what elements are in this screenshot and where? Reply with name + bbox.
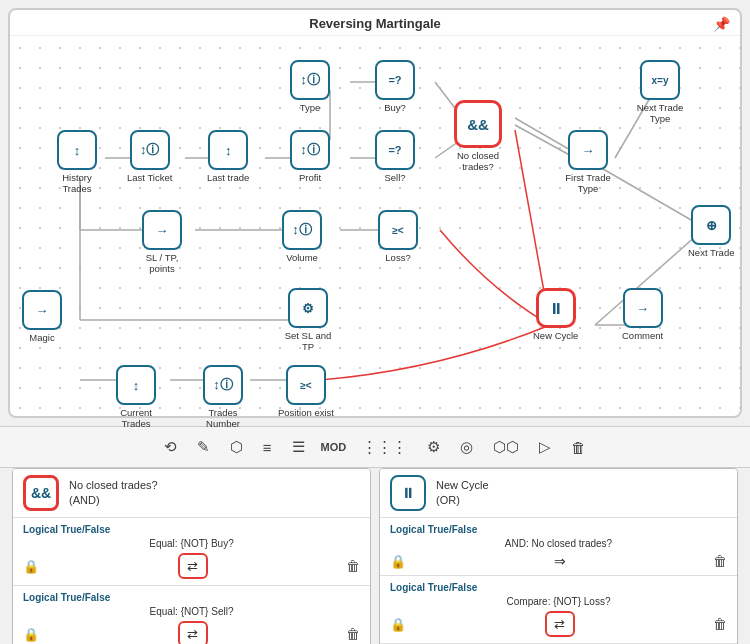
node-current-trades[interactable]: ↕ Current Trades bbox=[106, 365, 166, 429]
panel-header-text-no-closed: No closed trades? (AND) bbox=[69, 478, 158, 509]
node-box-volume[interactable]: ↕ⓘ bbox=[282, 210, 322, 250]
node-trades-number[interactable]: ↕ⓘ Trades Number bbox=[193, 365, 253, 429]
node-label-position-exist: Position exist bbox=[278, 407, 334, 418]
panel-sub-no-closed: (AND) bbox=[69, 493, 158, 508]
node-volume[interactable]: ↕ⓘ Volume bbox=[282, 210, 322, 263]
node-label-first-trade-type: First Trade Type bbox=[558, 172, 618, 194]
lock-icon-ncy-2[interactable]: 🔒 bbox=[390, 617, 406, 632]
node-box-next-trade[interactable]: ⊕ bbox=[691, 205, 731, 245]
trash-icon-nc-2[interactable]: 🗑 bbox=[346, 626, 360, 642]
node-label-loss: Loss? bbox=[385, 252, 410, 263]
panel-section-nc-1: Logical True/False Equal: {NOT} Buy? 🔒 ⇄… bbox=[13, 518, 370, 586]
node-loss[interactable]: ≥< Loss? bbox=[378, 210, 418, 263]
toolbar-icon-settings[interactable]: ⚙ bbox=[423, 436, 444, 458]
panel-section-title-ncy-2: Logical True/False bbox=[390, 582, 727, 593]
toolbar: ⟲ ✎ ⬡ ≡ ☰ MOD ⋮⋮⋮ ⚙ ◎ ⬡⬡ ▷ 🗑 bbox=[0, 426, 750, 468]
node-label-no-closed-trades: No closed trades? bbox=[448, 150, 508, 172]
node-box-first-trade-type[interactable]: → bbox=[568, 130, 608, 170]
node-type[interactable]: ↕ⓘ Type bbox=[290, 60, 330, 113]
panel-section-row-ncy-1: 🔒 ⇒ 🗑 bbox=[390, 553, 727, 569]
node-label-sl-tp: SL / TP, points bbox=[132, 252, 192, 274]
node-next-trade-type[interactable]: x=y Next Trade Type bbox=[630, 60, 690, 124]
node-label-magic: Magic bbox=[29, 332, 54, 343]
node-position-exist[interactable]: ≥< Position exist bbox=[278, 365, 334, 418]
node-label-history-trades: History Trades bbox=[47, 172, 107, 194]
node-label-current-trades: Current Trades bbox=[106, 407, 166, 429]
node-box-last-ticket[interactable]: ↕ⓘ bbox=[130, 130, 170, 170]
node-box-comment[interactable]: → bbox=[623, 288, 663, 328]
node-box-history-trades[interactable]: ↕ bbox=[57, 130, 97, 170]
node-label-type: Type bbox=[300, 102, 321, 113]
node-next-trade[interactable]: ⊕ Next Trade bbox=[688, 205, 734, 258]
node-box-loss[interactable]: ≥< bbox=[378, 210, 418, 250]
node-last-ticket[interactable]: ↕ⓘ Last Ticket bbox=[127, 130, 172, 183]
shuffle-btn-ncy-2[interactable]: ⇄ bbox=[545, 611, 575, 637]
node-magic[interactable]: → Magic bbox=[22, 290, 62, 343]
node-label-next-trade-type: Next Trade Type bbox=[630, 102, 690, 124]
panel-section-sub-nc-1: Equal: {NOT} Buy? bbox=[23, 538, 360, 549]
node-box-type[interactable]: ↕ⓘ bbox=[290, 60, 330, 100]
node-box-last-trade[interactable]: ↕ bbox=[208, 130, 248, 170]
panel-section-sub-ncy-1: AND: No closed trades? bbox=[390, 538, 727, 549]
toolbar-icon-undo[interactable]: ⟲ bbox=[160, 436, 181, 458]
toolbar-icon-delete[interactable]: 🗑 bbox=[567, 437, 590, 458]
panel-section-ncy-2: Logical True/False Compare: {NOT} Loss? … bbox=[380, 576, 737, 644]
toolbar-icon-nodes[interactable]: ⬡⬡ bbox=[489, 436, 523, 458]
canvas-title: Reversing Martingale bbox=[10, 10, 740, 36]
panel-section-row-nc-1: 🔒 ⇄ 🗑 bbox=[23, 553, 360, 579]
node-label-volume: Volume bbox=[286, 252, 318, 263]
lock-icon-nc-2[interactable]: 🔒 bbox=[23, 627, 39, 642]
toolbar-icon-grid[interactable]: ⋮⋮⋮ bbox=[358, 436, 411, 458]
node-box-no-closed-trades[interactable]: && bbox=[454, 100, 502, 148]
toolbar-icon-edit[interactable]: ✎ bbox=[193, 436, 214, 458]
node-history-trades[interactable]: ↕ History Trades bbox=[47, 130, 107, 194]
shuffle-btn-nc-1[interactable]: ⇄ bbox=[178, 553, 208, 579]
panel-header-text-new-cycle: New Cycle (OR) bbox=[436, 478, 489, 509]
node-box-magic[interactable]: → bbox=[22, 290, 62, 330]
node-label-last-ticket: Last Ticket bbox=[127, 172, 172, 183]
node-box-set-sl-tp[interactable]: ⚙ bbox=[288, 288, 328, 328]
toolbar-icon-copy[interactable]: ⬡ bbox=[226, 436, 247, 458]
trash-icon-ncy-2[interactable]: 🗑 bbox=[713, 616, 727, 632]
node-profit[interactable]: ↕ⓘ Profit bbox=[290, 130, 330, 183]
node-label-new-cycle: New Cycle bbox=[533, 330, 578, 341]
lock-icon-nc-1[interactable]: 🔒 bbox=[23, 559, 39, 574]
trash-icon-nc-1[interactable]: 🗑 bbox=[346, 558, 360, 574]
node-comment[interactable]: → Comment bbox=[622, 288, 663, 341]
panel-header-icon-and[interactable]: && bbox=[23, 475, 59, 511]
node-box-position-exist[interactable]: ≥< bbox=[286, 365, 326, 405]
node-sell[interactable]: =? Sell? bbox=[375, 130, 415, 183]
shuffle-btn-nc-2[interactable]: ⇄ bbox=[178, 621, 208, 644]
panel-section-sub-nc-2: Equal: {NOT} Sell? bbox=[23, 606, 360, 617]
panel-section-title-nc-2: Logical True/False bbox=[23, 592, 360, 603]
node-buy[interactable]: =? Buy? bbox=[375, 60, 415, 113]
node-label-sell: Sell? bbox=[384, 172, 405, 183]
node-last-trade[interactable]: ↕ Last trade bbox=[207, 130, 249, 183]
node-box-trades-number[interactable]: ↕ⓘ bbox=[203, 365, 243, 405]
node-no-closed-trades[interactable]: && No closed trades? bbox=[448, 100, 508, 172]
node-box-sell[interactable]: =? bbox=[375, 130, 415, 170]
panel-sub-new-cycle: (OR) bbox=[436, 493, 489, 508]
node-box-new-cycle[interactable]: ⏸ bbox=[536, 288, 576, 328]
node-first-trade-type[interactable]: → First Trade Type bbox=[558, 130, 618, 194]
toolbar-icon-play[interactable]: ▷ bbox=[535, 436, 555, 458]
pin-icon[interactable]: 📌 bbox=[713, 16, 730, 32]
node-sl-tp[interactable]: → SL / TP, points bbox=[132, 210, 192, 274]
node-set-sl-tp[interactable]: ⚙ Set SL and TP bbox=[278, 288, 338, 352]
node-box-sl-tp[interactable]: → bbox=[142, 210, 182, 250]
panel-header-icon-pause[interactable]: ⏸ bbox=[390, 475, 426, 511]
node-box-buy[interactable]: =? bbox=[375, 60, 415, 100]
trash-icon-ncy-1[interactable]: 🗑 bbox=[713, 553, 727, 569]
lock-icon-ncy-1[interactable]: 🔒 bbox=[390, 554, 406, 569]
node-box-next-trade-type[interactable]: x=y bbox=[640, 60, 680, 100]
node-box-current-trades[interactable]: ↕ bbox=[116, 365, 156, 405]
panel-section-nc-2: Logical True/False Equal: {NOT} Sell? 🔒 … bbox=[13, 586, 370, 644]
panel-header-new-cycle: ⏸ New Cycle (OR) bbox=[380, 469, 737, 518]
toolbar-icon-align-center[interactable]: ☰ bbox=[288, 436, 309, 458]
toolbar-icon-align-left[interactable]: ≡ bbox=[259, 437, 276, 458]
node-new-cycle[interactable]: ⏸ New Cycle bbox=[533, 288, 578, 341]
node-label-trades-number: Trades Number bbox=[193, 407, 253, 429]
toolbar-mod[interactable]: MOD bbox=[321, 441, 347, 453]
toolbar-icon-search[interactable]: ◎ bbox=[456, 436, 477, 458]
node-box-profit[interactable]: ↕ⓘ bbox=[290, 130, 330, 170]
